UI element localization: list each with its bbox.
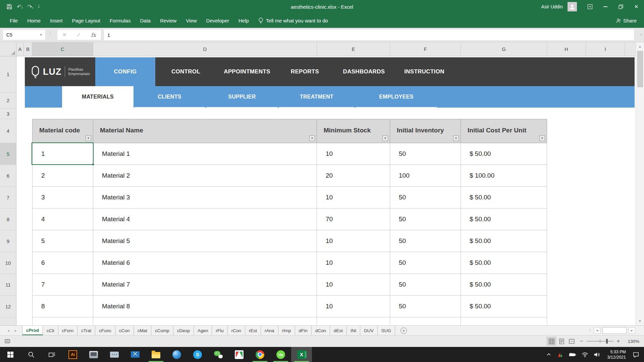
scroll-down-icon[interactable]: ▼ bbox=[636, 317, 644, 325]
ribbon-tab[interactable]: File bbox=[5, 13, 22, 28]
cell-initial-cost[interactable]: $ 100.00 bbox=[461, 165, 547, 186]
avatar[interactable] bbox=[568, 2, 577, 11]
main-nav-tab[interactable]: CONFIG bbox=[95, 57, 155, 86]
table-header-cell[interactable]: Initial Cost Per Unit ▼ bbox=[461, 119, 547, 143]
page-layout-view-button[interactable] bbox=[556, 337, 567, 346]
sheet-tab[interactable]: INI bbox=[347, 326, 360, 335]
expand-formula-bar-icon[interactable]: ⌄ bbox=[640, 32, 643, 36]
row-header-1[interactable]: 1 bbox=[0, 56, 16, 93]
cell-minimum-stock[interactable]: 20 bbox=[317, 165, 390, 186]
ribbon-tab[interactable]: Data bbox=[135, 13, 155, 28]
cell-initial-inventory[interactable]: 50 bbox=[390, 208, 461, 230]
row-header-9[interactable]: 9 bbox=[0, 230, 16, 252]
sheet-tab[interactable]: cProd bbox=[22, 326, 43, 335]
column-header-c[interactable]: C bbox=[32, 42, 93, 56]
sheet-tab[interactable]: rImp bbox=[278, 326, 295, 335]
browser-icon[interactable] bbox=[166, 347, 187, 362]
volume-icon[interactable] bbox=[591, 347, 603, 362]
tell-me-box[interactable]: Tell me what you want to do bbox=[258, 17, 328, 24]
sheet-tab[interactable]: dFin bbox=[295, 326, 312, 335]
cell-material-name[interactable]: Material 8 bbox=[93, 296, 317, 317]
cell-minimum-stock[interactable]: 70 bbox=[317, 208, 390, 230]
normal-view-button[interactable] bbox=[546, 337, 556, 346]
cell-initial-inventory[interactable]: 50 bbox=[390, 252, 461, 274]
macro-record-icon[interactable] bbox=[5, 339, 10, 344]
sheet-tab[interactable]: SUG bbox=[378, 326, 395, 335]
chrome-icon[interactable] bbox=[250, 347, 270, 362]
cell-minimum-stock[interactable]: 10 bbox=[317, 252, 390, 274]
sheet-tab[interactable]: DUV bbox=[360, 326, 378, 335]
ribbon-tab[interactable]: Formulas bbox=[105, 13, 136, 28]
main-nav-tab[interactable]: APPOINTMENTS bbox=[216, 57, 278, 86]
cell-initial-inventory[interactable]: 50 bbox=[390, 274, 461, 295]
row-header-7[interactable]: 7 bbox=[0, 187, 16, 208]
sheet-tab[interactable]: rCon bbox=[228, 326, 245, 335]
file-explorer-icon[interactable] bbox=[146, 347, 166, 362]
main-nav-tab[interactable]: INSTRUCTION bbox=[396, 57, 453, 86]
cell-material-code[interactable]: 3 bbox=[32, 187, 93, 208]
column-header-g[interactable]: G bbox=[461, 42, 547, 56]
sheet-tab[interactable]: cCon bbox=[115, 326, 134, 335]
search-icon[interactable] bbox=[21, 347, 42, 362]
cell-initial-cost[interactable]: $ 50.00 bbox=[461, 187, 547, 208]
cell-initial-inventory[interactable]: 50 bbox=[390, 187, 461, 208]
scroll-up-icon[interactable]: ▲ bbox=[636, 43, 644, 50]
cell-initial-cost[interactable]: $ 50.00 bbox=[461, 143, 547, 165]
row-header-11[interactable]: 11 bbox=[0, 274, 16, 296]
sheet-tab[interactable]: rEst bbox=[245, 326, 261, 335]
new-sheet-button[interactable]: + bbox=[400, 327, 407, 334]
cell-material-name[interactable]: Material 3 bbox=[93, 187, 317, 208]
formula-input[interactable]: 1 bbox=[104, 29, 634, 40]
sheet-tab[interactable]: Agen bbox=[194, 326, 212, 335]
zoom-in-button[interactable]: + bbox=[613, 338, 623, 344]
empty-cell[interactable] bbox=[461, 317, 547, 325]
excel-taskbar-icon[interactable]: X bbox=[291, 347, 312, 362]
sheet-tab[interactable]: cDesp bbox=[173, 326, 194, 335]
scroll-left-icon[interactable]: ◄ bbox=[594, 327, 600, 334]
sheet-tab[interactable]: cMat bbox=[134, 326, 151, 335]
row-header-12[interactable]: 12 bbox=[0, 296, 16, 317]
zoom-level[interactable]: 130% bbox=[623, 339, 639, 344]
start-button[interactable] bbox=[0, 347, 21, 362]
scrollbar-grip-icon[interactable]: ⁞ bbox=[589, 328, 590, 333]
battery-icon[interactable] bbox=[566, 347, 579, 362]
sub-nav-tab[interactable]: EMPLOYEES bbox=[355, 86, 438, 108]
vertical-scrollbar[interactable]: ▲ ▼ bbox=[636, 42, 644, 325]
cell-material-code[interactable]: 2 bbox=[32, 165, 93, 186]
column-header-f[interactable]: F bbox=[390, 42, 461, 56]
cell-initial-cost[interactable]: $ 50.00 bbox=[461, 252, 547, 274]
sheet-tab[interactable]: cComp bbox=[151, 326, 173, 335]
cell-minimum-stock[interactable]: 10 bbox=[317, 230, 390, 252]
redo-icon[interactable]: ↷▾ bbox=[28, 4, 34, 10]
cell-initial-inventory[interactable]: 50 bbox=[390, 230, 461, 252]
touch-keyboard-icon[interactable] bbox=[104, 347, 125, 362]
cell-initial-inventory[interactable]: 50 bbox=[390, 296, 461, 317]
ribbon-display-options-icon[interactable] bbox=[582, 0, 598, 13]
user-name[interactable]: Asir Uddin bbox=[541, 4, 563, 9]
sheet-tab[interactable]: cForn bbox=[58, 326, 78, 335]
vertical-scrollbar-thumb[interactable] bbox=[637, 51, 643, 87]
sub-nav-tab[interactable]: SUPPLIER bbox=[206, 86, 278, 108]
cell-material-code[interactable]: 1 bbox=[32, 143, 93, 165]
filter-dropdown-icon[interactable]: ▼ bbox=[382, 135, 388, 141]
chevron-up-icon[interactable] bbox=[543, 347, 554, 362]
utility-app-icon[interactable] bbox=[83, 347, 104, 362]
horizontal-scrollbar-thumb[interactable] bbox=[602, 327, 627, 334]
empty-cell[interactable] bbox=[317, 317, 390, 325]
ribbon-tab[interactable]: Developer bbox=[202, 13, 234, 28]
table-header-cell[interactable]: Minimum Stock ▼ bbox=[317, 119, 390, 143]
insert-function-icon[interactable]: fx bbox=[91, 32, 96, 38]
column-header-a[interactable]: A bbox=[16, 42, 24, 56]
sheet-tab[interactable]: cTrat bbox=[77, 326, 95, 335]
scroll-right-icon[interactable]: ► bbox=[629, 327, 635, 334]
filter-dropdown-icon[interactable]: ▼ bbox=[86, 135, 91, 141]
row-header-2[interactable]: 2 bbox=[0, 93, 16, 109]
cell-initial-cost[interactable]: $ 50.00 bbox=[461, 296, 547, 317]
cell-material-name[interactable]: Material 6 bbox=[93, 252, 317, 274]
ribbon-tab[interactable]: Insert bbox=[45, 13, 67, 28]
sheet-nav-left-icon[interactable]: ◄ bbox=[7, 329, 10, 333]
empty-cell[interactable] bbox=[32, 317, 93, 325]
save-icon[interactable] bbox=[7, 4, 12, 9]
cell-minimum-stock[interactable]: 10 bbox=[317, 296, 390, 317]
table-header-cell[interactable]: Material code ▼ bbox=[32, 119, 93, 143]
